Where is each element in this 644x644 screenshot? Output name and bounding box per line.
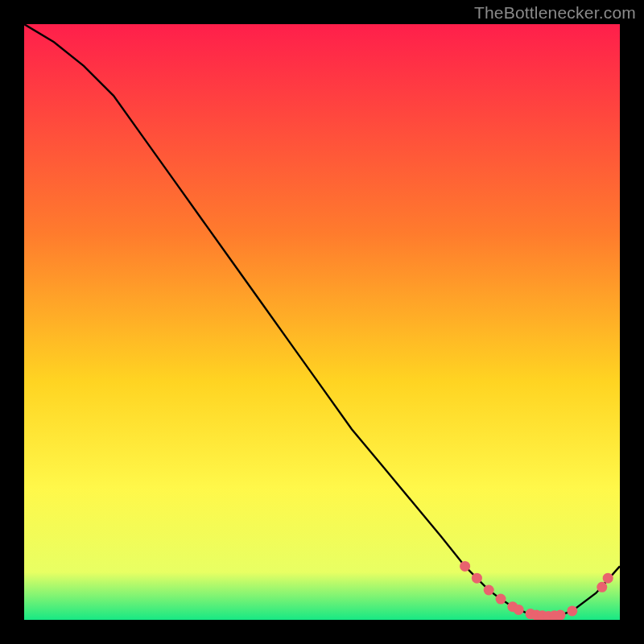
data-marker bbox=[472, 573, 482, 584]
data-marker bbox=[555, 610, 566, 620]
data-marker bbox=[496, 594, 506, 605]
chart-svg bbox=[24, 24, 620, 620]
data-marker bbox=[460, 561, 470, 572]
data-marker bbox=[603, 573, 613, 584]
data-marker bbox=[514, 605, 524, 615]
data-marker bbox=[597, 582, 607, 592]
attribution-label: TheBottlenecker.com bbox=[474, 3, 636, 23]
plot-area bbox=[24, 24, 620, 620]
data-marker bbox=[484, 585, 494, 596]
data-marker bbox=[567, 605, 577, 616]
chart-stage: TheBottlenecker.com bbox=[0, 0, 644, 644]
gradient-background bbox=[24, 24, 620, 620]
